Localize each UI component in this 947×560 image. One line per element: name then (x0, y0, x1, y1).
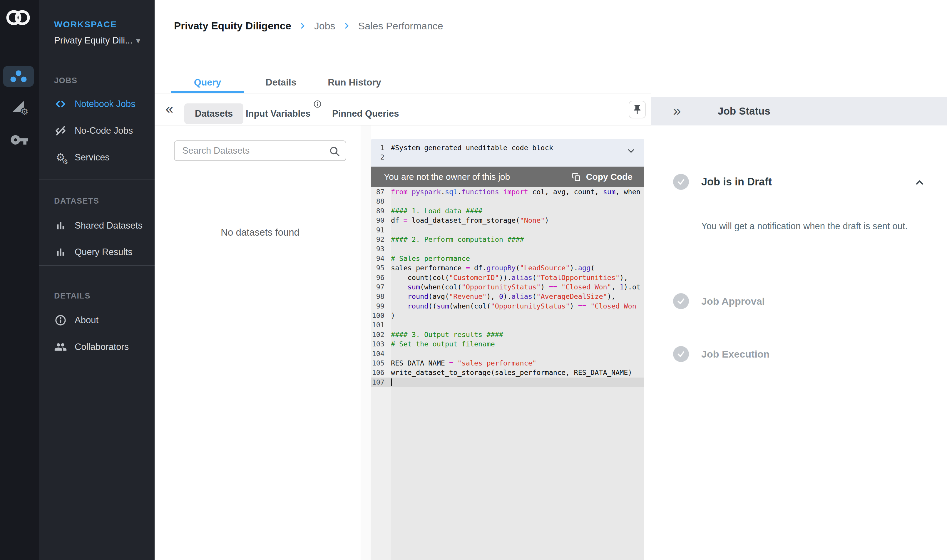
chevron-down-icon[interactable] (626, 146, 636, 157)
code-line-98[interactable]: 98 round(avg("Revenue"), 0).alias("Avera… (371, 292, 644, 301)
code-line-104[interactable]: 104 (371, 349, 644, 358)
line-number: 91 (371, 225, 391, 235)
text-cursor (391, 378, 392, 386)
breadcrumb-current: Sales Performance (358, 20, 443, 32)
divider (39, 265, 155, 266)
chevron-up-icon[interactable] (914, 177, 925, 189)
sidebar-item-collaborators[interactable]: Collaborators (54, 340, 129, 354)
code-line-107[interactable]: 107 (371, 377, 644, 387)
copy-code-button[interactable]: Copy Code (572, 172, 633, 182)
search-input[interactable] (175, 141, 346, 160)
line-number: 90 (371, 215, 391, 225)
code-line-91[interactable]: 91 (371, 225, 644, 235)
search-icon[interactable] (329, 145, 340, 158)
code-text: RES_DATA_NAME = "sales_performance" (391, 358, 536, 368)
panel-gutter (361, 125, 371, 560)
gear-icon: ⚙ (21, 108, 29, 116)
step-job-approval[interactable]: Job Approval (701, 295, 765, 307)
sidebar-item-query-results[interactable]: Query Results (54, 246, 132, 258)
code-line-106[interactable]: 106write_dataset_to_storage(sales_perfor… (371, 368, 644, 377)
sidebar-item-label: Collaborators (75, 342, 129, 352)
code-line-96[interactable]: 96 count(col("CustomerID")).alias("Total… (371, 273, 644, 282)
code-line-88[interactable]: 88 (371, 197, 644, 206)
tab-query[interactable]: Query (171, 72, 244, 92)
line-number: 100 (371, 311, 391, 320)
sidebar-item-services[interactable]: ⚙⚙ Services (54, 151, 109, 164)
monitoring-gear-icon[interactable]: ⚙ (11, 99, 26, 114)
chevron-down-icon[interactable]: ▾ (136, 36, 140, 46)
code-line-93[interactable]: 93 (371, 244, 644, 254)
code-line-105[interactable]: 105RES_DATA_NAME = "sales_performance" (371, 358, 644, 368)
collapse-panel-icon[interactable]: « (165, 102, 173, 116)
subtab-input-variables[interactable]: Input Variables (246, 103, 311, 124)
ownership-banner: You are not the owner of this job Copy C… (371, 166, 644, 187)
line-number: 104 (371, 349, 391, 358)
app-root: ⚙ WORKSPACE Privaty Equity Dili... ▾ JOB… (0, 0, 947, 560)
code-editor[interactable]: 1 #System generated uneditable code bloc… (371, 139, 644, 560)
code-line-101[interactable]: 101 (371, 320, 644, 330)
pin-button[interactable] (629, 101, 646, 118)
chevron-right-icon (342, 22, 351, 30)
sidebar-item-label: Shared Datasets (75, 220, 143, 231)
code-line-92[interactable]: 92#### 2. Perform computation #### (371, 235, 644, 244)
sidebar-item-notebook-jobs[interactable]: Notebook Jobs (54, 97, 136, 111)
brand-logo-icon[interactable] (5, 8, 33, 28)
sidebar: WORKSPACE Privaty Equity Dili... ▾ JOBS … (39, 0, 155, 560)
code-line-102[interactable]: 102#### 3. Output results #### (371, 330, 644, 339)
code-text: round((sum(when(col("OpportunityStatus")… (391, 302, 636, 311)
banner-message: You are not the owner of this job (384, 172, 510, 182)
code-line-2: 2 (371, 152, 644, 162)
sidebar-item-about[interactable]: About (54, 314, 99, 327)
code-line-97[interactable]: 97 sum(when(col("OpportunityStatus") == … (371, 282, 644, 292)
breadcrumb: Privaty Equity Diligence Jobs Sales Perf… (174, 18, 443, 34)
line-number: 87 (371, 187, 391, 197)
line-number: 1 (371, 143, 391, 152)
code-line-87[interactable]: 87from pyspark.sql.functions import col,… (371, 187, 644, 197)
workspace-switcher[interactable]: Privaty Equity Dili... (54, 35, 134, 46)
line-number: 103 (371, 339, 391, 349)
line-number: 92 (371, 235, 391, 244)
info-icon (54, 314, 67, 327)
code-line-90[interactable]: 90df = load_dataset_from_storage("None") (371, 215, 644, 225)
code-line-100[interactable]: 100) (371, 311, 644, 320)
copy-icon (572, 172, 581, 182)
sidebar-item-no-code-jobs[interactable]: No-Code Jobs (54, 124, 133, 137)
tab-run-history[interactable]: Run History (318, 72, 391, 92)
sidebar-item-shared-datasets[interactable]: Shared Datasets (54, 219, 143, 232)
code-line-99[interactable]: 99 round((sum(when(col("OpportunityStatu… (371, 302, 644, 311)
sidebar-item-label: Query Results (75, 247, 132, 257)
code-lines[interactable]: 87from pyspark.sql.functions import col,… (371, 187, 644, 387)
code-line-94[interactable]: 94# Sales performance (371, 254, 644, 263)
job-status-panel: » Job Status Job is in Draft You will ge… (651, 0, 947, 560)
job-status-header: » Job Status (651, 97, 947, 125)
code-text: #### 1. Load data #### (391, 206, 482, 215)
breadcrumb-jobs[interactable]: Jobs (314, 20, 336, 32)
key-icon[interactable] (10, 131, 29, 151)
panel-title: Job Status (718, 105, 770, 117)
section-header-datasets: DATASETS (54, 197, 99, 206)
pin-icon (631, 104, 643, 115)
gears-icon: ⚙⚙ (54, 151, 67, 164)
subtab-pinned-queries[interactable]: Pinned Queries (332, 103, 399, 124)
step-job-execution[interactable]: Job Execution (701, 348, 770, 360)
code-text: sales_performance = df.groupBy("LeadSour… (391, 263, 594, 273)
info-icon[interactable] (313, 100, 322, 109)
line-number: 89 (371, 206, 391, 215)
rail-item-workspace-active[interactable] (3, 66, 34, 87)
line-number: 106 (371, 368, 391, 377)
breadcrumb-project[interactable]: Privaty Equity Diligence (174, 20, 291, 32)
line-number: 105 (371, 358, 391, 368)
subtab-datasets[interactable]: Datasets (184, 103, 243, 124)
tab-details[interactable]: Details (244, 72, 318, 92)
code-line-103[interactable]: 103# Set the output filename (371, 339, 644, 349)
code-off-icon (54, 124, 67, 137)
section-header-jobs: JOBS (54, 76, 78, 85)
empty-state-message: No datasets found (174, 227, 346, 238)
step-check-icon (673, 346, 689, 362)
collapse-panel-right-icon[interactable]: » (673, 102, 681, 120)
step-job-in-draft[interactable]: Job is in Draft (701, 176, 772, 188)
people-icon (54, 340, 67, 354)
code-line-89[interactable]: 89#### 1. Load data #### (371, 206, 644, 215)
line-number: 98 (371, 292, 391, 301)
code-line-95[interactable]: 95sales_performance = df.groupBy("LeadSo… (371, 263, 644, 273)
